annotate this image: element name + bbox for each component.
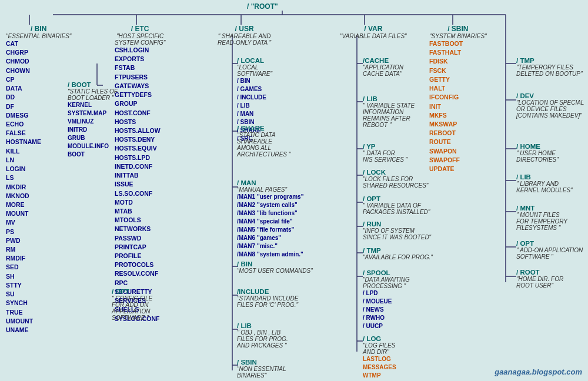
bin-node: / BIN "ESSENTIAL BINARIES" CATCHGRPCHMOD… [6, 25, 71, 335]
usr-bin-node: / BIN "MOST USER COMMANDS" [237, 260, 313, 274]
dev-title: / DEV [516, 92, 584, 99]
include-node: /INCLUDE "STANDARD INCLUDEFILES FOR 'C' … [237, 288, 299, 308]
log-desc: "LOG FILESAND DIR" [363, 342, 396, 355]
include-title: /INCLUDE [237, 288, 299, 295]
bin-desc: "ESSENTIAL BINARIES" [6, 33, 71, 39]
spool-list: / LPD/ MOUEUE/ NEWS/ RWHO/ UUCP [363, 289, 410, 330]
log-node: / LOG "LOG FILESAND DIR" LASTLOGMESSAGES… [363, 335, 396, 380]
bin-list: CATCHGRPCHMODCHOWNCPDATADDDFDMESGECHOFAL… [6, 39, 71, 335]
home-desc: " USER HOMEDIRECTORIES" [516, 150, 559, 163]
etc-list: CSH.LOGINEXPORTSFSTABFTPUSERSGATEWAYSGET… [115, 46, 165, 323]
rootdir-desc: "HOME DIR. FORROOT USER" [516, 276, 563, 289]
mnt-title: / MNT [516, 205, 567, 212]
lock-title: / LOCK [363, 169, 428, 176]
usr-bin-title: / BIN [237, 260, 313, 268]
man-list: /MAN1 "user programs"/MAN2 "system calls… [237, 193, 303, 259]
var-tmp-title: / TMP [363, 247, 433, 254]
lib-right-desc: " LIBRARY ANDKERNEL MODULES" [516, 181, 573, 193]
share-node: / SHARE "STATIC DATASHAREABLEAMONG ALLAR… [237, 125, 290, 158]
yp-desc: " DATA FORNIS SERVICES " [363, 150, 407, 163]
share-desc: "STATIC DATASHAREABLEAMONG ALLARCHITECTU… [237, 132, 290, 158]
cache-node: /CACHE "APPLICATIONCACHE DATA" [363, 57, 403, 77]
home-title: / HOME [516, 143, 559, 150]
cache-desc: "APPLICATIONCACHE DATA" [363, 64, 403, 77]
mnt-desc: " MOUNT FILESFOR TEMPERORYFILESYSTEMS " [516, 212, 567, 231]
run-desc: "INFO OF SYSTEMSINCE IT WAS BOOTED" [363, 228, 431, 240]
etc-title: / ETC [115, 25, 165, 33]
usr-lib-title: / LIB [237, 322, 288, 329]
etc-opt-title: / OPT [112, 288, 152, 295]
opt-right-title: / OPT [516, 240, 583, 247]
mnt-node: / MNT " MOUNT FILESFOR TEMPERORYFILESYST… [516, 205, 567, 231]
boot-list: KERNELSYSTEM.MAPVMLINUZINITRDGRUBMODULE.… [68, 101, 118, 159]
usr-bin-desc: "MOST USER COMMANDS" [237, 268, 313, 274]
sbin-list: FASTBOOTFASTHALTFDISKFSCKGETTYHALTIFCONF… [429, 39, 487, 173]
var-opt-desc: " VARIABLE DATA OFPACKAGES INSTALLED" [363, 202, 430, 215]
var-tmp-desc: "AVAILABLE FOR PROG." [363, 254, 433, 260]
var-opt-title: / OPT [363, 195, 430, 202]
var-title: / VAR [340, 25, 407, 33]
spool-node: / SPOOL "DATA AWAITINGPROCESSING " / LPD… [363, 269, 410, 330]
usr-desc: " SHAREABLE ANDREAD-ONLY DATA " [218, 33, 271, 46]
root-node: / "ROOT" [247, 2, 278, 11]
var-tmp-node: / TMP "AVAILABLE FOR PROG." [363, 247, 433, 260]
etc-opt-desc: " CONFIG FILEFOR ADD ONAPPLICATIONSOFTWA… [112, 295, 152, 321]
sbin-desc: "SYSTEM BINARIES" [429, 33, 487, 39]
tree-container: / "ROOT" / BIN "ESSENTIAL BINARIES" CATC… [0, 0, 588, 381]
var-desc: "VARIABLE DATA FILES" [340, 33, 407, 39]
tmp-desc: "TEMPERORY FILESDELETED ON BOOTUP" [516, 64, 582, 77]
var-lib-title: / LIB [363, 95, 415, 102]
share-title: / SHARE [237, 125, 290, 132]
run-node: / RUN "INFO OF SYSTEMSINCE IT WAS BOOTED… [363, 220, 431, 240]
dev-desc: "LOCATION OF SPECIALOR DEVICE FILES[CONT… [516, 99, 584, 119]
sbin-node: / SBIN "SYSTEM BINARIES" FASTBOOTFASTHAL… [429, 25, 487, 173]
lib-right-title: / LIB [516, 173, 573, 181]
man-desc: "MANUAL PAGES" [237, 186, 303, 193]
home-node: / HOME " USER HOMEDIRECTORIES" [516, 143, 559, 163]
var-lib-desc: " VARIABLE STATEINFORMATIONREMAINS AFTER… [363, 102, 415, 128]
etc-desc: "HOST SPECIFICSYSTEM CONFIG" [115, 33, 165, 46]
bin-title: / BIN [6, 25, 71, 33]
yp-title: / YP [363, 143, 407, 150]
tmp-node: / TMP "TEMPERORY FILESDELETED ON BOOTUP" [516, 57, 582, 77]
boot-node: / BOOT "STATIC FILES OFBOOT LOADER " KER… [68, 81, 118, 159]
root-title: / "ROOT" [247, 2, 278, 11]
run-title: / RUN [363, 220, 431, 228]
rootdir-title: / ROOT [516, 269, 563, 276]
usr-lib-desc: " OBJ , BIN , LIBFILES FOR PROG.AND PACK… [237, 329, 288, 349]
tmp-title: / TMP [516, 57, 582, 64]
yp-node: / YP " DATA FORNIS SERVICES " [363, 143, 407, 163]
boot-desc: "STATIC FILES OFBOOT LOADER " [68, 88, 118, 101]
etc-opt-node: / OPT " CONFIG FILEFOR ADD ONAPPLICATION… [112, 288, 152, 321]
log-title: / LOG [363, 335, 396, 342]
log-list: LASTLOGMESSAGESWTMP [363, 355, 396, 380]
man-title: / MAN [237, 179, 303, 186]
var-opt-node: / OPT " VARIABLE DATA OFPACKAGES INSTALL… [363, 195, 430, 215]
boot-title: / BOOT [68, 81, 118, 88]
usr-sbin-node: / SBIN "NON ESSENTIALBINARIES" [237, 359, 286, 379]
usr-sbin-desc: "NON ESSENTIALBINARIES" [237, 366, 286, 379]
local-title: / LOCAL [237, 57, 272, 64]
etc-node: / ETC "HOST SPECIFICSYSTEM CONFIG" CSH.L… [115, 25, 165, 323]
usr-lib-node: / LIB " OBJ , BIN , LIBFILES FOR PROG.AN… [237, 322, 288, 349]
lock-node: / LOCK "LOCK FILES FORSHARED RESOURCES" [363, 169, 428, 189]
lib-right-node: / LIB " LIBRARY ANDKERNEL MODULES" [516, 173, 573, 193]
opt-right-node: / OPT " ADD-ON APPLICATIONSOFTWARE " [516, 240, 583, 260]
spool-desc: "DATA AWAITINGPROCESSING " [363, 276, 410, 289]
usr-title: / USR [218, 25, 271, 33]
var-node: / VAR "VARIABLE DATA FILES" [340, 25, 407, 39]
usr-sbin-title: / SBIN [237, 359, 286, 366]
man-node: / MAN "MANUAL PAGES" /MAN1 "user program… [237, 179, 303, 259]
lock-desc: "LOCK FILES FORSHARED RESOURCES" [363, 176, 428, 189]
usr-node: / USR " SHAREABLE ANDREAD-ONLY DATA " [218, 25, 271, 46]
opt-right-desc: " ADD-ON APPLICATIONSOFTWARE " [516, 247, 583, 260]
local-desc: "LOCALSOFTWARE" [237, 64, 272, 77]
spool-title: / SPOOL [363, 269, 410, 276]
var-lib-node: / LIB " VARIABLE STATEINFORMATIONREMAINS… [363, 95, 415, 128]
watermark: gaanagaa.blogspot.com [495, 367, 582, 376]
cache-title: /CACHE [363, 57, 403, 64]
rootdir-node: / ROOT "HOME DIR. FORROOT USER" [516, 269, 563, 289]
dev-node: / DEV "LOCATION OF SPECIALOR DEVICE FILE… [516, 92, 584, 119]
include-desc: "STANDARD INCLUDEFILES FOR 'C' PROG." [237, 295, 299, 308]
sbin-title: / SBIN [429, 25, 487, 33]
